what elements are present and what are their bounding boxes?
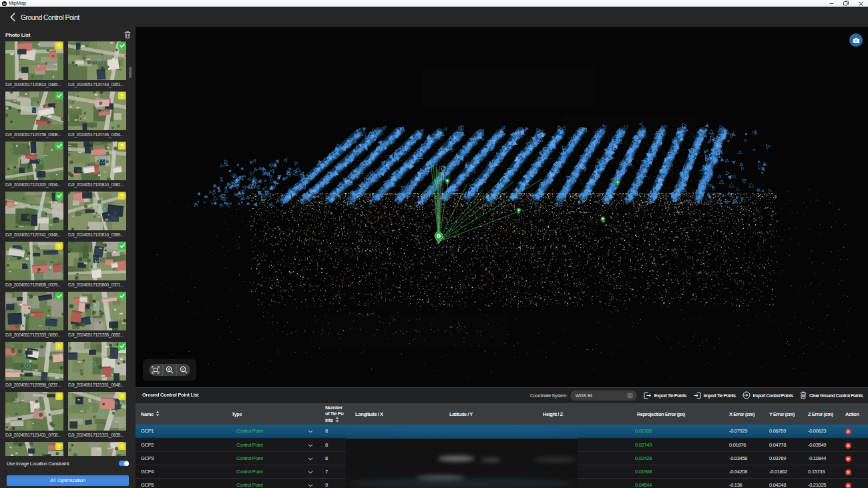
- photo-name: DJI_20240517120556_0237...: [5, 382, 63, 389]
- photo-list-panel: Photo List ?DJI_20240517120813_0385...DJ…: [0, 27, 136, 488]
- gcp-z-error: -0.21025: [808, 479, 826, 488]
- delete-gcp-button[interactable]: [845, 469, 851, 475]
- close-button[interactable]: [853, 0, 868, 7]
- photo-card[interactable]: ?DJI_20240517120746_0354...: [68, 91, 126, 142]
- column-header-y_error: Y Error (cm): [769, 411, 795, 417]
- photo-thumbnail[interactable]: [68, 242, 126, 280]
- photo-thumbnail[interactable]: ?: [5, 242, 63, 280]
- photo-card[interactable]: DJI_20240517121331_0648...: [68, 342, 126, 392]
- zoom-out-button[interactable]: [177, 364, 190, 376]
- photo-card[interactable]: ?DJI_20240517121321_0635...: [68, 392, 126, 442]
- photo-card[interactable]: DJI_20240517120758_0368...: [5, 91, 63, 142]
- photo-thumbnail[interactable]: ?: [68, 192, 126, 230]
- photo-card[interactable]: DJI_20240517120800_0371...: [68, 242, 126, 292]
- gcp-name: GCP3: [141, 452, 154, 465]
- camera-icon: [853, 37, 860, 43]
- maximize-button[interactable]: [839, 0, 853, 7]
- photo-thumbnail[interactable]: ?: [68, 392, 126, 431]
- gcp-type-dropdown[interactable]: Control Point: [236, 439, 262, 452]
- zoom-in-button[interactable]: [163, 364, 176, 376]
- photo-list-scrollbar[interactable]: [129, 67, 132, 78]
- photo-thumbnail[interactable]: ?: [5, 442, 63, 456]
- photo-card[interactable]: DJI_20240517121320_0634...: [5, 142, 63, 192]
- delete-gcp-button[interactable]: [845, 483, 851, 488]
- photo-thumbnail[interactable]: [5, 192, 63, 230]
- photo-thumbnail[interactable]: [68, 41, 126, 80]
- gcp-type-dropdown[interactable]: Control Point: [236, 452, 262, 465]
- coordinate-system-select[interactable]: WGS 84: [570, 391, 637, 401]
- photo-card[interactable]: ?: [5, 442, 63, 456]
- point-cloud-canvas[interactable]: [136, 27, 868, 387]
- at-optimization-button[interactable]: AT Optimization: [7, 475, 129, 486]
- back-button[interactable]: [8, 12, 17, 23]
- photo-name: DJI_20240517121331_0648...: [68, 382, 126, 389]
- fit-view-button[interactable]: [149, 364, 162, 376]
- gcp-type-dropdown[interactable]: Control Point: [236, 465, 262, 479]
- gcp-z-error: 0.15733: [808, 465, 825, 479]
- window-controls: [824, 0, 868, 7]
- photo-status-question-icon: ?: [55, 393, 63, 400]
- photo-card[interactable]: DJI_20240517121333_0650...: [5, 292, 63, 342]
- chevron-down-icon[interactable]: [308, 430, 313, 433]
- import-control-points-button[interactable]: Import Control Points: [742, 391, 793, 399]
- import-tie-points-button[interactable]: Import Tie Points: [693, 392, 736, 399]
- photo-thumbnail[interactable]: [68, 292, 126, 330]
- photo-status-question-icon: ?: [55, 342, 63, 350]
- column-header-name[interactable]: Name: [141, 411, 160, 417]
- gcp-name: GCP1: [141, 425, 154, 438]
- photo-name: DJI_20240517120741_0348...: [5, 232, 63, 238]
- photo-thumbnail[interactable]: [5, 292, 63, 330]
- export-tie-points-button[interactable]: Export Tie Points: [644, 392, 686, 399]
- photo-status-question-icon: ?: [118, 142, 126, 150]
- chevron-down-icon[interactable]: [308, 444, 313, 447]
- photo-status-check-icon: [118, 342, 126, 350]
- photo-card[interactable]: ?DJI_20240517120813_0385...: [5, 41, 63, 91]
- page-title: Ground Control Point: [21, 13, 79, 21]
- photo-thumbnail[interactable]: ?: [5, 342, 63, 381]
- photo-thumbnail[interactable]: ?: [68, 91, 126, 130]
- minimize-button[interactable]: [824, 0, 839, 7]
- photo-card[interactable]: ?DJI_20240517120810_0382...: [68, 142, 126, 192]
- photo-card[interactable]: ?: [68, 442, 126, 456]
- gcp-x-error: -0.03458: [729, 452, 747, 465]
- gcp-type-dropdown[interactable]: Control Point: [236, 479, 262, 488]
- photo-list-title: Photo List: [5, 32, 30, 38]
- gcp-tie-points: 9: [325, 479, 328, 488]
- photo-card[interactable]: ?DJI_20240517121431_0708...: [5, 392, 63, 442]
- gcp-y-error: 0.04248: [769, 479, 786, 488]
- photo-card[interactable]: ?DJI_20240517120816_0389...: [68, 192, 126, 242]
- gcp-list-panel: Ground Control Point List Coordinate Sys…: [136, 387, 868, 488]
- photo-status-check-icon: [55, 142, 63, 150]
- photo-card[interactable]: DJI_20240517121335_0652...: [68, 292, 126, 342]
- chevron-down-icon[interactable]: [308, 484, 313, 487]
- photo-name: DJI_20240517120813_0385...: [5, 81, 63, 88]
- photo-thumbnail[interactable]: ?: [68, 442, 126, 456]
- column-header-tie_points[interactable]: Number of Tie Po ints: [325, 405, 345, 423]
- screenshot-button[interactable]: [849, 33, 863, 47]
- gcp-x-error: 0.01876: [729, 439, 746, 452]
- photo-card[interactable]: DJI_20240517120741_0348...: [5, 192, 63, 242]
- photo-thumbnail[interactable]: [68, 342, 126, 381]
- chevron-down-icon[interactable]: [308, 471, 313, 474]
- photo-card[interactable]: ?DJI_20240517120556_0237...: [5, 342, 63, 392]
- photo-thumbnail[interactable]: [5, 91, 63, 130]
- delete-gcp-button[interactable]: [845, 443, 851, 449]
- photo-name: DJI_20240517121431_0708...: [5, 432, 63, 439]
- photo-card[interactable]: ?DJI_20240517120808_0379...: [5, 242, 63, 292]
- photo-name: DJI_20240517120746_0354...: [68, 132, 126, 138]
- gcp-z-error: -0.00623: [808, 425, 826, 438]
- photo-card[interactable]: DJI_20240517120743_0351...: [68, 41, 126, 91]
- censored-coordinates-region: [346, 425, 578, 488]
- clear-ground-control-points-button[interactable]: Clear Ground Control Points: [800, 391, 863, 399]
- delete-gcp-button[interactable]: [845, 429, 851, 435]
- photo-thumbnail[interactable]: ?: [5, 41, 63, 80]
- photo-thumbnail[interactable]: ?: [5, 392, 63, 431]
- photo-thumbnail[interactable]: ?: [68, 142, 126, 180]
- delete-photos-button[interactable]: [124, 31, 132, 39]
- gcp-type-dropdown[interactable]: Control Point: [236, 425, 262, 438]
- image-location-constraint-toggle[interactable]: [119, 461, 129, 466]
- chevron-down-icon[interactable]: [308, 457, 313, 461]
- photo-thumbnail[interactable]: [5, 142, 63, 180]
- delete-gcp-button[interactable]: [845, 456, 851, 462]
- gcp-x-error: -0.07929: [729, 425, 747, 438]
